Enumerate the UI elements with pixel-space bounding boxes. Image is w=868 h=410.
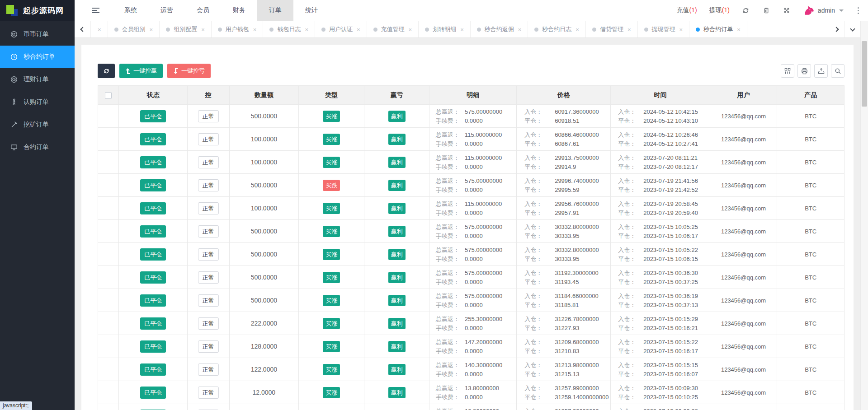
force-lose-button[interactable]: 一键控亏 [167,64,211,78]
tab-close-icon[interactable]: × [627,26,631,33]
tab-close-icon[interactable]: × [253,26,257,33]
detail-label: 总赢返： [436,338,459,346]
detail-line: 总赢返：575.00000000 [429,269,516,277]
sidebar-item-理财订单[interactable]: 理财订单 [0,68,75,91]
control-button[interactable]: 正常 [198,294,219,307]
nav-item-财务[interactable]: 财务 [221,0,257,21]
control-button[interactable]: 正常 [198,110,219,122]
detail-line: 入仓：2023-07-15 00:15:22 [611,338,710,346]
tab-用户认证[interactable]: 用户认证× [315,21,367,37]
product-cell: BTC [777,220,844,243]
tab-秒合约日志[interactable]: 秒合约日志× [528,21,586,37]
control-button[interactable]: 正常 [198,202,219,214]
result-cell: 赢利 [364,197,429,220]
table-header-row: 状态控数量额类型赢亏明细价格时间用户产品 [98,86,844,105]
tab-借贷管理[interactable]: 借贷管理× [586,21,638,37]
tab-close-icon[interactable]: × [518,26,522,33]
result-badge: 赢利 [388,111,406,122]
tab-充值管理[interactable]: 充值管理× [367,21,419,37]
more-options-icon[interactable] [856,5,861,16]
tab-秒合约返佣[interactable]: 秒合约返佣× [471,21,528,37]
tab-close-icon[interactable]: × [357,26,360,33]
scrollbar-thumb[interactable] [862,41,867,107]
tab-秒合约订单[interactable]: 秒合约订单× [689,21,747,37]
select-all-checkbox[interactable] [105,92,112,99]
sidebar-item-认购订单[interactable]: 认购订单 [0,91,75,113]
detail-value: 60917.36000000 [555,108,599,116]
tab-用户钱包[interactable]: 用户钱包× [212,21,264,37]
tab-会员组别[interactable]: 会员组别× [108,21,160,37]
product-cell: BTC [777,335,844,358]
tabs-scroll-left-icon[interactable] [75,21,91,37]
detail-value: 2023-07-15 00:37:13 [643,301,698,309]
nav-item-订单[interactable]: 订单 [257,0,293,21]
control-button[interactable]: 正常 [198,133,219,145]
control-button[interactable]: 正常 [198,387,219,399]
tab-close-icon[interactable]: × [679,26,683,33]
recharge-link[interactable]: 充值(1) [677,6,697,14]
tab-blank[interactable]: × [91,21,108,37]
tab-close-icon[interactable]: × [305,26,308,33]
tab-提现管理[interactable]: 提现管理× [638,21,690,37]
refresh-icon[interactable] [742,6,750,14]
detail-value: 0.0000 [465,163,483,171]
nav-item-系统[interactable]: 系统 [113,0,149,21]
export-icon[interactable] [814,64,828,78]
tab-label: 提现管理 [652,25,675,33]
nav-item-统计[interactable]: 统计 [293,0,330,21]
withdraw-count: (1) [722,6,730,14]
detail-cell: 总赢返：575.00000000手续费：0.0000 [429,266,517,289]
detail-cell: 总赢返：575.00000000手续费：0.0000 [429,174,517,197]
nav-item-运营[interactable]: 运营 [149,0,185,21]
tab-close-icon[interactable]: × [201,26,205,33]
tabs-menu-icon[interactable] [844,21,860,37]
control-button[interactable]: 正常 [198,156,219,168]
sidebar-item-合约订单[interactable]: 合约订单 [0,136,75,158]
control-button[interactable]: 正常 [198,225,219,238]
detail-value: 2023-07-15 00:36:30 [643,269,698,277]
tab-close-icon[interactable]: × [98,26,101,33]
detail-cell: 总赢返：575.00000000手续费：0.0000 [429,289,517,312]
tabs-scroll-right-icon[interactable] [828,21,844,37]
control-button[interactable]: 正常 [198,363,219,376]
tab-close-icon[interactable]: × [737,26,741,33]
tab-组别配置[interactable]: 组别配置× [160,21,212,37]
columns-icon[interactable] [781,64,794,78]
tab-划转明细[interactable]: 划转明细× [419,21,471,37]
user-menu[interactable]: admin [803,5,844,16]
type-cell: 买涨 [299,197,364,220]
control-button[interactable]: 正常 [198,271,219,284]
vertical-scrollbar[interactable] [860,21,868,410]
tab-close-icon[interactable]: × [150,26,153,33]
trash-icon[interactable] [762,6,770,14]
sidebar-item-秒合约订单[interactable]: 秒合约订单 [0,46,75,68]
tab-close-icon[interactable]: × [576,26,579,33]
table-row: 已平仓正常买涨赢利总赢返：13.80000000手续费：入仓：31257.990… [98,404,844,410]
table-tools [781,64,844,78]
print-icon[interactable] [797,64,811,78]
control-button[interactable]: 正常 [198,179,219,191]
withdraw-link[interactable]: 提现(1) [709,6,730,14]
tab-钱包日志[interactable]: 钱包日志× [263,21,315,37]
fullscreen-icon[interactable] [783,6,791,14]
status-badge: 已平仓 [140,202,166,214]
sidebar-item-挖矿订单[interactable]: 挖矿订单 [0,113,75,136]
detail-line: 手续费：0.0000 [429,117,516,125]
control-button[interactable]: 正常 [198,248,219,261]
control-button[interactable]: 正常 [198,317,219,330]
refresh-table-button[interactable] [98,64,115,78]
detail-line: 平仓：2023-07-15 00:16:21 [611,324,710,332]
amount-cell: 500.0000 [229,220,299,243]
detail-label: 入仓： [524,154,542,162]
force-win-button[interactable]: 一键控赢 [119,64,163,78]
detail-value: 2023-07-20 08:12:17 [643,163,698,171]
detail-line: 平仓：2023-07-15 00:37:25 [611,278,710,286]
sidebar-toggle-icon[interactable] [85,0,105,21]
tab-close-icon[interactable]: × [409,26,412,33]
user-cell: 123456@qq.com [710,243,777,266]
nav-item-会员[interactable]: 会员 [185,0,221,21]
control-button[interactable]: 正常 [198,340,219,353]
sidebar-item-币币订单[interactable]: 币币订单 [0,23,75,46]
search-icon[interactable] [831,64,844,78]
tab-close-icon[interactable]: × [460,26,464,33]
